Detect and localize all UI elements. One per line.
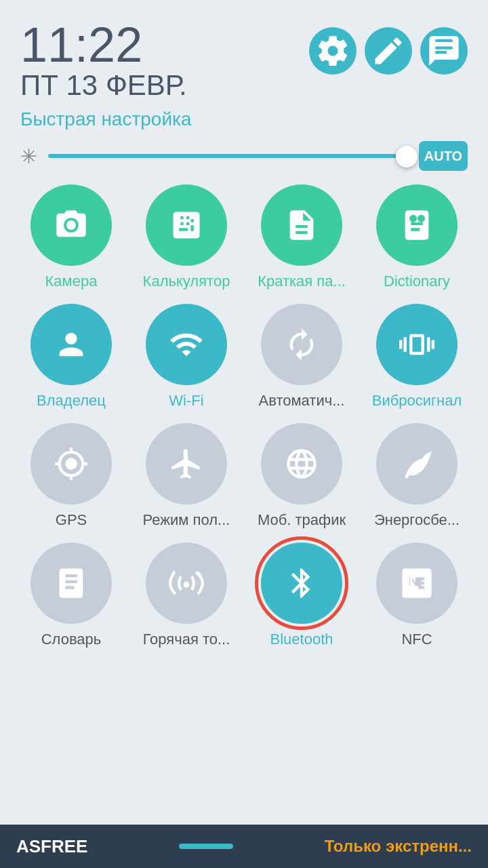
vibrate-label: Вибросигнал <box>372 392 462 410</box>
grid-item-dict2[interactable]: Словарь <box>14 542 129 648</box>
emergency-label: Только экстренн... <box>325 837 472 856</box>
person-icon <box>54 327 89 362</box>
airplane-label: Режим пол... <box>143 511 230 529</box>
rotate-label: Автоматич... <box>259 392 345 410</box>
brand-label: ASFREE <box>16 836 87 857</box>
grid-item-bluetooth[interactable]: Bluetooth <box>244 542 359 648</box>
rotate-icon <box>284 327 319 362</box>
bluetooth-icon-circle <box>261 542 342 624</box>
grid-item-wifi[interactable]: Wi-Fi <box>129 304 244 410</box>
message-icon <box>426 33 462 68</box>
owner-label: Владелец <box>37 392 106 410</box>
edit-icon <box>371 33 406 68</box>
dictionary-icon <box>399 208 434 243</box>
grid-item-mobile-data[interactable]: Моб. трафик <box>244 423 359 529</box>
notes-icon-circle <box>261 184 342 266</box>
dictionary-icon-circle <box>376 184 458 266</box>
brightness-slider[interactable] <box>48 154 408 158</box>
brightness-icon: ✳ <box>20 144 37 168</box>
gps-icon <box>54 446 89 481</box>
wifi-label: Wi-Fi <box>169 392 203 410</box>
edit-button[interactable] <box>365 27 412 75</box>
grid-item-nfc[interactable]: NFC <box>359 542 474 648</box>
hotspot-icon-circle <box>146 542 227 624</box>
nfc-icon <box>399 566 434 601</box>
header-action-icons <box>309 27 468 75</box>
nfc-label: NFC <box>401 631 432 648</box>
mobile-data-label: Моб. трафик <box>258 511 346 529</box>
grid-item-rotate[interactable]: Автоматич... <box>244 304 359 410</box>
brightness-row: ✳ AUTO <box>0 141 488 184</box>
quick-settings-label: Быстрая настройка <box>0 108 488 141</box>
globe-icon-circle <box>261 423 342 505</box>
time-date-block: 11:22 ПТ 13 ФЕВР. <box>20 20 187 102</box>
notes-icon <box>284 208 319 243</box>
camera-label: Камера <box>45 273 98 290</box>
hotspot-label: Горячая то... <box>143 631 230 648</box>
bluetooth-label: Bluetooth <box>270 631 333 648</box>
grid-item-calculator[interactable]: Калькулятор <box>129 184 244 290</box>
page-indicator <box>179 844 233 849</box>
grid-item-gps[interactable]: GPS <box>14 423 129 529</box>
grid-item-airplane[interactable]: Режим пол... <box>129 423 244 529</box>
grid-item-camera[interactable]: Камера <box>14 184 129 290</box>
grid-item-dictionary[interactable]: Dictionary <box>359 184 474 290</box>
owner-icon-circle <box>30 304 112 385</box>
dict2-icon <box>54 566 89 601</box>
bluetooth-icon <box>284 566 319 601</box>
clock-time: 11:22 <box>20 20 187 69</box>
airplane-icon-circle <box>146 423 227 505</box>
gear-icon <box>315 33 350 68</box>
airplane-icon <box>169 446 204 481</box>
bottom-indicator <box>101 844 310 849</box>
grid-item-notes[interactable]: Краткая па... <box>244 184 359 290</box>
dictionary-label: Dictionary <box>384 273 450 290</box>
grid-item-vibrate[interactable]: Вибросигнал <box>359 304 474 410</box>
calculator-icon-circle <box>146 184 227 266</box>
leaf-icon-circle <box>376 423 458 505</box>
vibrate-icon-circle <box>376 304 458 385</box>
quick-settings-grid: Камера Калькулятор Краткая па... Diction… <box>0 184 488 648</box>
notes-label: Краткая па... <box>258 273 346 290</box>
camera-icon <box>54 208 89 243</box>
messages-button[interactable] <box>420 27 468 75</box>
brightness-auto-button[interactable]: AUTO <box>419 141 468 171</box>
calculator-label: Калькулятор <box>143 273 230 290</box>
calculator-icon <box>169 208 204 243</box>
power-save-label: Энергосбе... <box>374 511 460 529</box>
dict2-icon-circle <box>30 542 112 624</box>
settings-button[interactable] <box>309 27 357 75</box>
bottom-bar: ASFREE Только экстренн... <box>0 825 488 868</box>
wifi-icon-circle <box>146 304 227 385</box>
rotate-icon-circle <box>261 304 342 385</box>
camera-icon-circle <box>30 184 112 266</box>
grid-item-owner[interactable]: Владелец <box>14 304 129 410</box>
globe-icon <box>284 446 319 481</box>
gps-label: GPS <box>56 511 87 529</box>
grid-item-hotspot[interactable]: Горячая то... <box>129 542 244 648</box>
dict2-label: Словарь <box>41 631 102 648</box>
nfc-icon-circle <box>376 542 458 624</box>
leaf-icon <box>399 446 434 481</box>
vibrate-icon <box>399 327 434 362</box>
grid-item-power-save[interactable]: Энергосбе... <box>359 423 474 529</box>
clock-date: ПТ 13 ФЕВР. <box>20 69 187 102</box>
brightness-thumb[interactable] <box>396 146 418 167</box>
hotspot-icon <box>169 566 204 601</box>
header: 11:22 ПТ 13 ФЕВР. <box>0 0 488 108</box>
wifi-icon <box>169 327 204 362</box>
gps-icon-circle <box>30 423 112 505</box>
